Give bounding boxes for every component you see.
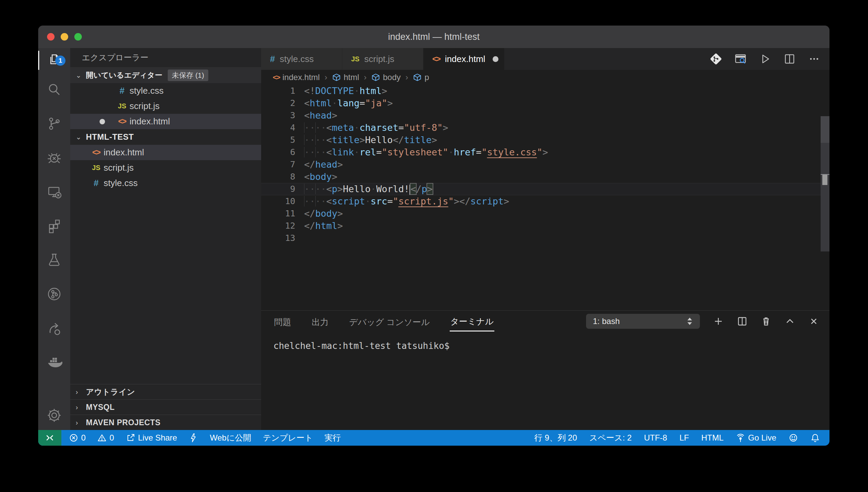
- breadcrumb-item-index.html[interactable]: <>index.html: [273, 73, 320, 82]
- breadcrumb-item-body[interactable]: body: [371, 73, 401, 82]
- code-line-1[interactable]: 1<!DOCTYPE·html>: [261, 85, 829, 97]
- sidebar-section-MYSQL[interactable]: ›MYSQL: [70, 399, 261, 415]
- code-line-3[interactable]: 3<head>: [261, 109, 829, 122]
- tab-style.css[interactable]: #style.css: [261, 48, 342, 70]
- activity-remote-explorer[interactable]: [38, 175, 70, 209]
- warning-icon: [97, 433, 107, 443]
- modified-dot-icon: [493, 56, 498, 62]
- token: /: [416, 184, 421, 194]
- broadcast-icon: [736, 433, 745, 443]
- code-line-11[interactable]: 11</body>: [261, 207, 829, 220]
- tree-item-index.html[interactable]: <>index.html: [70, 145, 261, 160]
- token: ": [393, 196, 398, 206]
- activity-docker[interactable]: [38, 345, 70, 379]
- token: </: [304, 159, 315, 170]
- close-panel-icon[interactable]: [808, 316, 819, 327]
- code-line-9[interactable]: 9····<p>Hello·World!</p>: [261, 183, 829, 195]
- code-line-4[interactable]: 4····<meta·charset="utf-8">: [261, 122, 829, 134]
- split-terminal-icon[interactable]: [737, 316, 748, 327]
- kill-terminal-icon[interactable]: [761, 316, 772, 327]
- status-item-0[interactable]: 0: [69, 433, 86, 443]
- tree-item-script.js[interactable]: JSscript.js: [70, 160, 261, 175]
- live-share-icon: [126, 433, 135, 443]
- open-editor-item-script.js[interactable]: JSscript.js: [70, 98, 261, 114]
- new-terminal-icon[interactable]: [713, 316, 724, 327]
- line-content: ····<p>Hello·World!</p>: [304, 183, 433, 195]
- sidebar-section-MAVEN PROJECTS[interactable]: ›MAVEN PROJECTS: [70, 415, 261, 430]
- status-item-Webに公開[interactable]: Webに公開: [210, 432, 251, 443]
- open-editors-header[interactable]: ⌄ 開いているエディター 未保存 (1): [70, 67, 261, 83]
- panel-tab-出力[interactable]: 出力: [311, 312, 329, 331]
- more-actions-icon[interactable]: [808, 52, 821, 65]
- tree-item-style.css[interactable]: #style.css: [70, 175, 261, 191]
- activity-source-control[interactable]: [38, 107, 70, 141]
- status-item-HTML[interactable]: HTML: [701, 433, 723, 443]
- open-preview-icon[interactable]: [734, 52, 747, 65]
- breadcrumb[interactable]: <>index.html›html›body›p: [261, 70, 829, 85]
- chevron-down-icon: ⌄: [76, 133, 86, 141]
- run-icon[interactable]: [759, 52, 772, 65]
- editor-scrollbar[interactable]: [821, 116, 829, 251]
- code-line-6[interactable]: 6····<link·rel="stylesheet"·href="style.…: [261, 146, 829, 158]
- activity-search[interactable]: [38, 73, 70, 107]
- code-line-10[interactable]: 10····<script·src="script.js"></script>: [261, 195, 829, 207]
- code-line-8[interactable]: 8<body>: [261, 171, 829, 183]
- breadcrumb-item-p[interactable]: p: [413, 73, 429, 82]
- breadcrumb-item-html[interactable]: html: [332, 73, 359, 82]
- status-item-Live Share[interactable]: Live Share: [126, 433, 177, 443]
- code-line-13[interactable]: 13: [261, 232, 829, 244]
- activity-gitlens[interactable]: [38, 277, 70, 311]
- code-editor[interactable]: 1<!DOCTYPE·html>2<html·lang="ja">3<head>…: [261, 85, 829, 310]
- token: <: [304, 98, 310, 108]
- token: <: [326, 147, 332, 157]
- status-item-smiley[interactable]: [789, 433, 798, 443]
- bottom-panel: 問題出力デバッグ コンソールターミナル 1: bash: [261, 310, 829, 430]
- status-item-実行[interactable]: 実行: [325, 432, 341, 443]
- status-item-0[interactable]: 0: [97, 433, 114, 443]
- status-item-LF[interactable]: LF: [679, 433, 689, 443]
- panel-tab-問題[interactable]: 問題: [273, 312, 292, 331]
- status-item-bell[interactable]: [810, 433, 820, 443]
- line-number: 12: [261, 220, 295, 232]
- extensions-icon: [46, 218, 62, 234]
- flash-icon: [189, 433, 198, 443]
- activity-debug[interactable]: [38, 141, 70, 175]
- status-item-UTF-8[interactable]: UTF-8: [644, 433, 667, 443]
- title-bar: index.html — html-test: [38, 26, 829, 48]
- code-line-7[interactable]: 7</head>: [261, 158, 829, 171]
- status-item-テンプレート[interactable]: テンプレート: [263, 432, 313, 443]
- tab-index.html[interactable]: <>index.html: [423, 48, 505, 70]
- tab-script.js[interactable]: JSscript.js: [342, 48, 423, 70]
- open-editor-item-index.html[interactable]: <>index.html: [70, 114, 261, 129]
- activity-extensions[interactable]: [38, 209, 70, 243]
- split-editor-icon[interactable]: [783, 52, 796, 65]
- code-line-12[interactable]: 12</html>: [261, 220, 829, 232]
- maximize-panel-icon[interactable]: [784, 316, 795, 327]
- open-editor-item-style.css[interactable]: #style.css: [70, 83, 261, 98]
- activity-live-share[interactable]: [38, 311, 70, 345]
- code-line-5[interactable]: 5····<title>Hello</title>: [261, 134, 829, 146]
- activity-testing[interactable]: [38, 243, 70, 277]
- remote-indicator[interactable]: [38, 430, 61, 446]
- token: link: [332, 147, 354, 157]
- line-content: ····<link·rel="stylesheet"·href="style.c…: [304, 146, 548, 158]
- terminal-shell-select[interactable]: 1: bash: [586, 314, 700, 329]
- token: "utf-8": [404, 122, 443, 133]
- panel-tab-デバッグ コンソール[interactable]: デバッグ コンソール: [348, 312, 431, 331]
- sidebar-section-アウトライン[interactable]: ›アウトライン: [70, 384, 261, 399]
- status-item-Go Live[interactable]: Go Live: [736, 433, 776, 443]
- activity-settings[interactable]: [38, 401, 70, 430]
- js-file-icon: JS: [351, 55, 359, 63]
- git-graph-icon[interactable]: [709, 52, 722, 65]
- status-item-行 9、列 20[interactable]: 行 9、列 20: [534, 432, 577, 443]
- token: script: [332, 196, 365, 206]
- activity-explorer[interactable]: 1: [38, 48, 70, 73]
- token: <: [326, 122, 332, 133]
- panel-tab-ターミナル[interactable]: ターミナル: [450, 311, 494, 332]
- folder-header[interactable]: ⌄ HTML-TEST: [70, 129, 261, 145]
- status-item-スペース: 2[interactable]: スペース: 2: [589, 432, 632, 443]
- terminal-output[interactable]: chelchel-mac:html-test tatsuhiko$: [261, 332, 829, 430]
- status-item-flash[interactable]: [189, 433, 198, 443]
- code-line-2[interactable]: 2<html·lang="ja">: [261, 97, 829, 109]
- scrollbar-thumb[interactable]: [822, 175, 827, 185]
